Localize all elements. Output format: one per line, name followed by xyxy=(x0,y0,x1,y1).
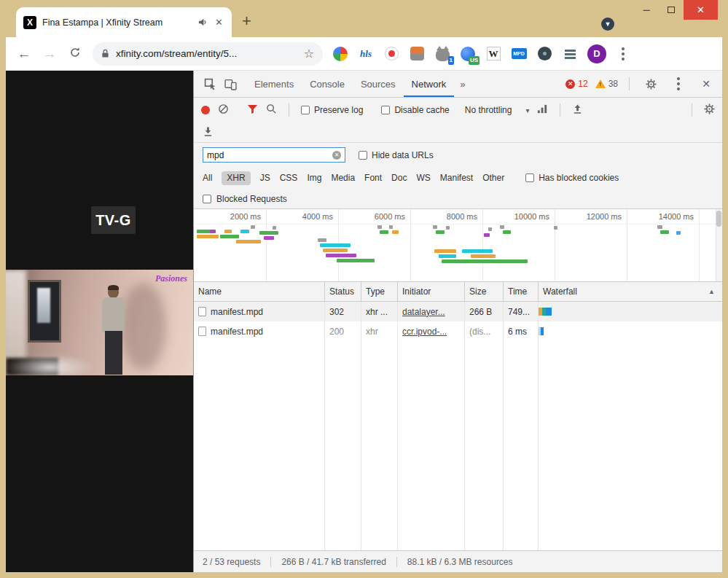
wikipedia-extension-icon[interactable]: W xyxy=(485,46,501,62)
clear-filter-icon[interactable]: ✕ xyxy=(332,151,341,160)
tab-sources[interactable]: Sources xyxy=(353,71,404,97)
devtools-settings-button[interactable] xyxy=(641,79,661,90)
column-header-waterfall[interactable]: Waterfall ▲ xyxy=(539,282,722,301)
forward-button[interactable]: → xyxy=(42,46,58,62)
more-tabs-button[interactable]: » xyxy=(454,79,471,90)
request-name-cell[interactable]: manifest.mpd xyxy=(194,302,325,321)
waterfall-segment xyxy=(546,308,552,316)
request-time-cell: 749... xyxy=(504,302,539,321)
kebab-icon xyxy=(677,82,680,85)
mpd-extension-icon[interactable]: MPD xyxy=(511,46,527,62)
divider xyxy=(560,104,560,117)
scrollbar-thumb[interactable] xyxy=(716,211,721,227)
warning-count: 38 xyxy=(608,79,618,89)
overview-scrollbar[interactable] xyxy=(716,209,722,281)
spider-extension-icon[interactable] xyxy=(536,46,552,62)
spider-icon xyxy=(538,47,552,60)
column-header-size[interactable]: Size xyxy=(465,282,504,301)
window-minimize-button[interactable]: ─ xyxy=(634,0,659,20)
error-badge[interactable]: ✕ 12 xyxy=(565,79,587,89)
tab-audio-icon[interactable] xyxy=(198,17,208,27)
filter-toggle-button[interactable] xyxy=(247,104,258,117)
device-toolbar-button[interactable] xyxy=(220,71,240,97)
tab-elements[interactable]: Elements xyxy=(246,71,302,97)
import-har-button[interactable] xyxy=(572,104,583,117)
search-button[interactable] xyxy=(266,104,277,117)
record-button[interactable] xyxy=(201,106,210,114)
warning-badge[interactable]: 38 xyxy=(595,79,618,89)
filter-pill-doc[interactable]: Doc xyxy=(391,173,407,183)
url-text[interactable]: xfinity.com/stream/entity/5... xyxy=(116,48,297,59)
video-player[interactable]: TV-G Pasiones xyxy=(6,71,193,572)
profile-avatar[interactable]: D xyxy=(587,44,606,63)
address-bar[interactable]: xfinity.com/stream/entity/5... ☆ xyxy=(93,42,323,66)
column-header-type[interactable]: Type xyxy=(361,282,398,301)
blocked-requests-checkbox[interactable] xyxy=(203,195,211,203)
filter-pill-manifest[interactable]: Manifest xyxy=(440,173,473,183)
overview-request-bar xyxy=(377,225,382,229)
tab-network[interactable]: Network xyxy=(404,71,455,97)
lock-icon xyxy=(101,49,109,58)
devtools-close-button[interactable]: ✕ xyxy=(696,78,716,90)
column-header-status[interactable]: Status xyxy=(325,282,361,301)
browser-tab[interactable]: X Fina Estampa | Xfinity Stream ✕ xyxy=(16,7,232,37)
video-thumbnail[interactable]: Pasiones xyxy=(6,270,193,375)
filter-pill-xhr[interactable]: XHR xyxy=(222,171,250,185)
new-tab-button[interactable]: + xyxy=(242,12,251,31)
disable-cache-checkbox[interactable] xyxy=(381,106,390,114)
export-har-button[interactable] xyxy=(203,126,214,139)
column-header-initiator[interactable]: Initiator xyxy=(398,282,465,301)
tab-close-button[interactable]: ✕ xyxy=(214,15,224,29)
browser-menu-button[interactable] xyxy=(622,52,625,55)
request-row[interactable]: manifest.mpd 302 xhr ... datalayer... 26… xyxy=(194,302,722,321)
divider xyxy=(629,77,630,90)
request-waterfall-cell xyxy=(539,321,722,341)
cat-extension-icon[interactable]: 1 xyxy=(434,46,450,62)
filter-input[interactable] xyxy=(207,150,329,160)
filter-pill-other[interactable]: Other xyxy=(482,173,504,183)
network-settings-button[interactable] xyxy=(704,104,715,117)
has-blocked-cookies-checkbox[interactable] xyxy=(525,173,534,182)
column-header-name[interactable]: Name xyxy=(194,282,325,301)
request-row[interactable]: manifest.mpd 200 xhr ccr.ipvod-... (dis.… xyxy=(194,321,722,341)
filter-pill-media[interactable]: Media xyxy=(331,173,355,183)
window-close-button[interactable]: ✕ xyxy=(684,0,718,20)
divider xyxy=(289,104,289,117)
overview-time-label: 14000 ms xyxy=(659,212,694,221)
initiator-link[interactable]: ccr.ipvod-... xyxy=(402,327,447,337)
vpn-extension-icon[interactable]: US xyxy=(460,46,476,62)
column-header-time[interactable]: Time xyxy=(504,282,539,301)
devtools-menu-button[interactable] xyxy=(668,82,689,85)
recorder-extension-icon[interactable] xyxy=(383,46,399,62)
back-button[interactable]: ← xyxy=(16,46,32,62)
filter-pill-css[interactable]: CSS xyxy=(280,173,298,183)
window-maximize-button[interactable] xyxy=(659,0,684,20)
badger-extension-icon[interactable] xyxy=(409,46,425,62)
palette-extension-icon[interactable] xyxy=(332,46,348,62)
playlist-extension-icon[interactable] xyxy=(562,46,578,62)
tab-console[interactable]: Console xyxy=(302,71,353,97)
preserve-log-checkbox[interactable] xyxy=(301,106,310,114)
filter-pill-img[interactable]: Img xyxy=(307,173,321,183)
filter-pill-all[interactable]: All xyxy=(203,173,212,183)
network-conditions-button[interactable] xyxy=(537,104,548,117)
filter-pill-font[interactable]: Font xyxy=(364,173,382,183)
filter-pill-js[interactable]: JS xyxy=(260,173,270,183)
playlist-icon xyxy=(565,50,576,52)
bookmark-star-icon[interactable]: ☆ xyxy=(304,47,314,60)
filter-pill-ws[interactable]: WS xyxy=(416,173,430,183)
reload-button[interactable] xyxy=(67,46,83,62)
actor-shirt xyxy=(102,297,125,332)
initiator-link[interactable]: datalayer... xyxy=(402,307,445,317)
request-initiator-cell: ccr.ipvod-... xyxy=(398,321,465,341)
overview-request-bar xyxy=(446,226,450,230)
update-arrow-icon[interactable]: ▼ xyxy=(601,17,614,31)
palette-icon xyxy=(333,47,348,61)
throttling-select[interactable]: No throttling ▾ xyxy=(465,105,530,115)
network-overview[interactable]: 2000 ms4000 ms6000 ms8000 ms10000 ms1200… xyxy=(194,209,722,282)
hide-data-urls-checkbox[interactable] xyxy=(359,151,367,160)
inspect-element-button[interactable] xyxy=(200,71,220,97)
clear-button[interactable] xyxy=(218,104,229,117)
hls-extension-icon[interactable]: hls xyxy=(358,46,374,62)
request-name-cell[interactable]: manifest.mpd xyxy=(194,321,325,341)
